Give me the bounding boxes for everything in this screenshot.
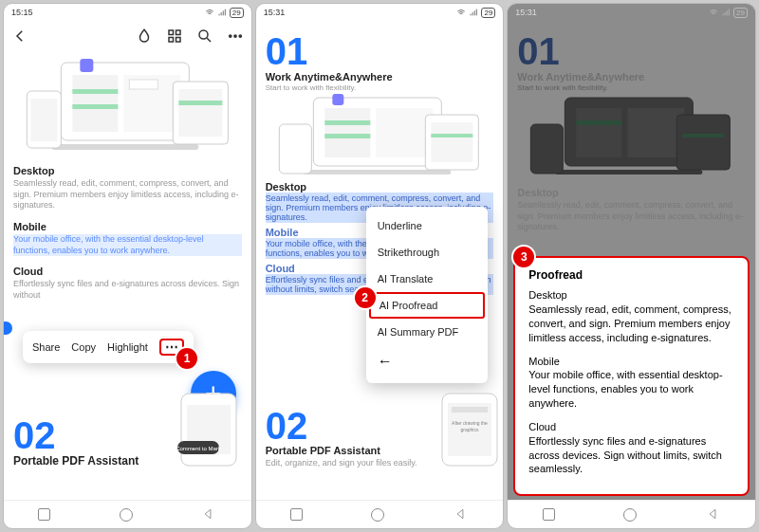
proofread-sheet[interactable]: Proofread Desktop Seamlessly read, edit,… bbox=[513, 256, 750, 496]
menu-ai-proofread[interactable]: AI Proofread bbox=[369, 292, 485, 319]
status-bar: 15:15 29 bbox=[4, 4, 251, 21]
svg-text:Comment to Mark: Comment to Mark bbox=[176, 446, 222, 451]
svg-rect-29 bbox=[376, 108, 433, 157]
wifi-icon bbox=[456, 8, 466, 17]
cloud-heading: Cloud bbox=[13, 266, 242, 277]
sheet-desktop-h: Desktop bbox=[528, 288, 734, 303]
menu-back-arrow[interactable]: ← bbox=[366, 345, 488, 377]
hero-devices-illustration bbox=[266, 92, 494, 177]
svg-rect-31 bbox=[279, 124, 311, 174]
status-time: 15:15 bbox=[11, 8, 33, 17]
ctx-highlight[interactable]: Highlight bbox=[107, 341, 148, 353]
section-02: 02 Portable PDF Assistant Comment to Mar… bbox=[13, 411, 242, 468]
status-bar: 15:31 29 bbox=[256, 4, 504, 21]
menu-ai-translate[interactable]: AI Translate bbox=[366, 266, 488, 292]
nav-home[interactable] bbox=[623, 508, 637, 522]
svg-rect-35 bbox=[332, 94, 343, 105]
svg-point-5 bbox=[229, 35, 231, 37]
status-time: 15:31 bbox=[264, 8, 286, 17]
search-icon[interactable] bbox=[196, 28, 213, 45]
droplet-icon[interactable] bbox=[136, 28, 153, 45]
desktop-heading: Desktop bbox=[266, 181, 494, 193]
selection-handle-start[interactable] bbox=[4, 321, 12, 335]
svg-rect-14 bbox=[51, 144, 198, 150]
phone-1: 15:15 29 bbox=[3, 3, 252, 529]
svg-rect-38 bbox=[452, 407, 488, 413]
section-01-sub: Start to work with flexibility. bbox=[266, 83, 494, 92]
nav-recent[interactable] bbox=[38, 508, 50, 521]
context-menu: Share Copy Highlight ⋯ bbox=[23, 331, 194, 363]
cloud-para: Effortlessly sync files and e-signatures… bbox=[13, 279, 242, 301]
svg-rect-33 bbox=[431, 122, 472, 162]
svg-text:After drawing the: After drawing the bbox=[452, 420, 488, 426]
sheet-desktop-p: Seamlessly read, edit, comment, compress… bbox=[528, 303, 731, 343]
nav-back[interactable] bbox=[706, 507, 721, 523]
mobile-para-selected[interactable]: Your mobile office, with the essential d… bbox=[13, 234, 242, 256]
grid-icon[interactable] bbox=[166, 28, 183, 45]
nav-recent[interactable] bbox=[543, 508, 555, 521]
wifi-icon bbox=[205, 8, 214, 17]
sheet-mobile-p: Your mobile office, with essential deskt… bbox=[528, 369, 722, 409]
signal-icon bbox=[469, 8, 478, 17]
document-content[interactable]: 01 Work Anytime&Anywhere Start to work w… bbox=[256, 21, 504, 500]
ctx-copy[interactable]: Copy bbox=[71, 341, 96, 353]
android-navbar bbox=[256, 500, 504, 528]
nav-back[interactable] bbox=[454, 507, 469, 523]
sheet-title: Proofread bbox=[528, 267, 734, 283]
svg-rect-1 bbox=[176, 30, 180, 35]
status-time: 15:31 bbox=[515, 8, 537, 17]
hero-devices-illustration bbox=[13, 51, 242, 156]
more-icon[interactable] bbox=[227, 28, 244, 45]
svg-rect-3 bbox=[176, 38, 180, 43]
svg-rect-34 bbox=[431, 134, 472, 138]
ctx-share[interactable]: Share bbox=[32, 341, 60, 353]
section-01-title: Work Anytime&Anywhere bbox=[266, 71, 494, 83]
sheet-cloud-h: Cloud bbox=[528, 420, 734, 434]
battery-icon: 29 bbox=[733, 8, 748, 18]
svg-rect-11 bbox=[72, 104, 118, 109]
svg-rect-19 bbox=[178, 101, 222, 105]
svg-rect-9 bbox=[72, 75, 118, 132]
svg-rect-16 bbox=[30, 99, 57, 141]
android-navbar bbox=[4, 500, 251, 528]
text-action-menu: Underline Strikethrough AI Translate AI … bbox=[366, 207, 488, 383]
status-bar: 15:31 29 bbox=[508, 4, 755, 21]
section-02: 02 Portable PDF Assistant Edit, organize… bbox=[266, 401, 494, 468]
svg-rect-26 bbox=[324, 108, 370, 157]
wifi-icon bbox=[709, 8, 718, 17]
sheet-cloud-p: Effortlessly sync files and e-signatures… bbox=[528, 435, 722, 475]
phone-2: 15:31 29 01 Work Anytime&Anywhere Start … bbox=[255, 3, 505, 529]
svg-rect-0 bbox=[169, 30, 174, 35]
desktop-heading: Desktop bbox=[13, 165, 242, 176]
svg-rect-18 bbox=[178, 89, 222, 137]
menu-underline[interactable]: Underline bbox=[366, 212, 488, 239]
menu-ai-summary[interactable]: AI Summary PDF bbox=[366, 319, 488, 345]
step-badge-2: 2 bbox=[355, 287, 376, 308]
svg-rect-28 bbox=[324, 134, 370, 138]
svg-text:graphics: graphics bbox=[461, 427, 479, 432]
svg-point-4 bbox=[199, 30, 208, 39]
signal-icon bbox=[721, 8, 731, 17]
section-01-num: 01 bbox=[266, 32, 494, 70]
step-badge-1: 1 bbox=[176, 348, 197, 369]
phone-3: 15:31 29 01 Work Anytime&Anywhere Start … bbox=[507, 3, 756, 529]
menu-strikethrough[interactable]: Strikethrough bbox=[366, 239, 488, 266]
sheet-mobile-h: Mobile bbox=[528, 355, 734, 369]
status-right: 29 bbox=[205, 8, 244, 18]
nav-home[interactable] bbox=[371, 508, 384, 522]
back-icon[interactable] bbox=[11, 28, 28, 45]
nav-back[interactable] bbox=[201, 507, 216, 523]
svg-rect-30 bbox=[304, 170, 451, 174]
svg-rect-10 bbox=[72, 89, 118, 94]
toolbar bbox=[4, 21, 251, 51]
svg-rect-13 bbox=[129, 80, 157, 89]
document-content[interactable]: Desktop Seamlessly read, edit, comment, … bbox=[4, 51, 251, 500]
nav-recent[interactable] bbox=[290, 508, 303, 521]
svg-point-7 bbox=[239, 35, 241, 37]
section-01-header: 01 Work Anytime&Anywhere Start to work w… bbox=[266, 32, 494, 92]
signal-icon bbox=[217, 8, 227, 17]
battery-icon: 29 bbox=[481, 8, 495, 18]
nav-home[interactable] bbox=[120, 508, 133, 522]
android-navbar bbox=[508, 500, 755, 528]
svg-rect-20 bbox=[80, 59, 93, 72]
